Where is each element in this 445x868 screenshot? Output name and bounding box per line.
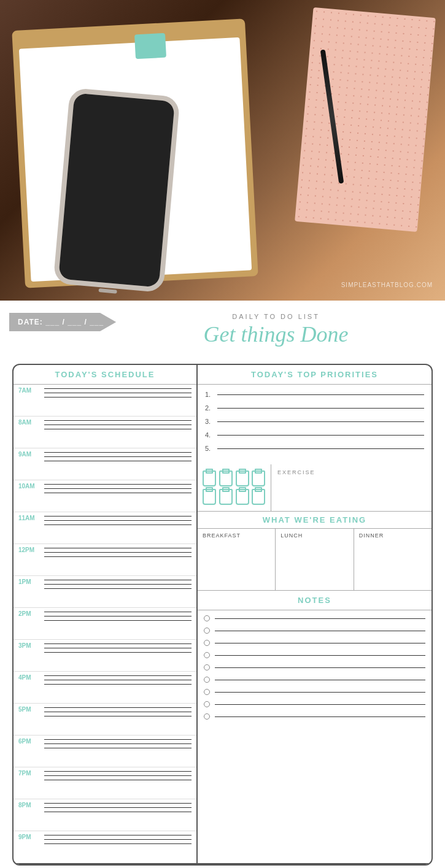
time-label-9pm: 9PM <box>18 831 42 840</box>
time-slot-10am: 10AM <box>14 480 196 512</box>
note-item-8[interactable] <box>204 701 425 707</box>
water-exercise-row: EXERCISE <box>198 464 431 512</box>
line <box>44 771 192 772</box>
line <box>44 456 192 457</box>
time-lines-7pm <box>42 767 192 783</box>
date-banner: DATE: ___ / ___ / ___ <box>9 313 116 331</box>
time-slot-9pm: 9PM <box>14 831 196 863</box>
water-cup-7[interactable] <box>236 489 249 505</box>
line <box>44 707 192 708</box>
time-label-6pm: 6PM <box>18 735 42 745</box>
line <box>44 612 192 612</box>
water-cup-2[interactable] <box>219 470 233 486</box>
note-item-9[interactable] <box>204 713 425 720</box>
note-item-4[interactable] <box>204 652 425 658</box>
line <box>44 843 192 844</box>
time-lines-8pm <box>42 799 192 815</box>
schedule-header: TODAY'S SCHEDULE <box>14 365 196 385</box>
time-lines-8am <box>42 417 192 432</box>
line <box>44 803 192 804</box>
line <box>44 680 192 680</box>
note-item-3[interactable] <box>204 640 425 646</box>
planner-card: TODAY'S SCHEDULE 7AM 8AM <box>12 364 433 866</box>
lunch-col[interactable]: LUNCH <box>276 529 354 590</box>
line <box>44 420 192 421</box>
priority-line-5 <box>217 448 424 449</box>
water-cup-8[interactable] <box>252 489 265 505</box>
eating-header: WHAT WE'RE EATING <box>198 512 431 529</box>
note-item-2[interactable] <box>204 628 425 634</box>
line <box>44 461 192 461</box>
priority-item-5[interactable]: 5. <box>205 445 424 452</box>
line <box>44 556 192 557</box>
priority-item-3[interactable]: 3. <box>205 418 424 425</box>
line <box>44 616 192 616</box>
notes-header: NOTES <box>198 591 431 610</box>
time-lines-12pm <box>42 544 192 559</box>
water-cup-1[interactable] <box>203 470 216 486</box>
water-cup-3[interactable] <box>236 470 249 486</box>
dinner-label: DINNER <box>359 532 427 539</box>
note-circle-2 <box>204 628 210 634</box>
schedule-column: TODAY'S SCHEDULE 7AM 8AM <box>14 365 198 863</box>
line <box>44 652 192 653</box>
note-line-1 <box>215 618 425 619</box>
priority-item-4[interactable]: 4. <box>205 431 424 439</box>
line <box>44 743 192 744</box>
water-cup-4[interactable] <box>252 470 265 486</box>
exercise-label: EXERCISE <box>277 469 425 475</box>
time-label-3pm: 3PM <box>18 640 42 649</box>
priority-item-2[interactable]: 2. <box>205 404 424 412</box>
priorities-list: 1. 2. 3. 4. <box>198 385 431 464</box>
line <box>44 812 192 812</box>
time-slot-7am: 7AM <box>14 385 196 417</box>
time-slot-5pm: 5PM <box>14 704 196 735</box>
water-cup-6[interactable] <box>219 489 233 505</box>
priority-line-2 <box>217 408 424 409</box>
note-item-6[interactable] <box>204 677 425 683</box>
time-lines-10am <box>42 480 192 496</box>
note-item-1[interactable] <box>204 615 425 621</box>
priority-item-1[interactable]: 1. <box>205 391 424 398</box>
time-slot-12pm: 12PM <box>14 544 196 576</box>
water-cup-5[interactable] <box>203 489 216 505</box>
line <box>44 807 192 808</box>
time-slot-6pm: 6PM <box>14 735 196 767</box>
line <box>44 424 192 425</box>
note-circle-1 <box>204 615 210 621</box>
binder-clip <box>134 33 166 60</box>
dinner-col[interactable]: DINNER <box>354 529 431 590</box>
time-label-2pm: 2PM <box>18 608 42 617</box>
date-label: DATE: <box>18 318 43 326</box>
note-line-7 <box>215 692 425 693</box>
time-lines-1pm <box>42 576 192 591</box>
planner-section: DATE: ___ / ___ / ___ DAILY TO DO LIST G… <box>0 301 445 868</box>
line <box>44 716 192 716</box>
note-circle-8 <box>204 701 210 707</box>
note-circle-4 <box>204 652 210 658</box>
time-label-8am: 8AM <box>18 417 42 426</box>
line <box>44 748 192 748</box>
title-area: DAILY TO DO LIST Get things Done <box>116 313 436 347</box>
note-item-7[interactable] <box>204 689 425 695</box>
note-item-5[interactable] <box>204 664 425 670</box>
time-slot-8pm: 8PM <box>14 799 196 831</box>
watermark: SIMPLEASTHATBLOG.COM <box>341 282 433 288</box>
time-label-5pm: 5PM <box>18 704 42 713</box>
breakfast-col[interactable]: BREAKFAST <box>198 529 276 590</box>
line <box>44 516 192 517</box>
time-slot-2pm: 2PM <box>14 608 196 640</box>
time-label-7am: 7AM <box>18 385 42 394</box>
line <box>44 552 192 553</box>
time-label-12pm: 12PM <box>18 544 42 553</box>
phone-screen <box>58 93 175 287</box>
line <box>44 780 192 780</box>
priority-line-1 <box>217 394 424 395</box>
priority-num-3: 3. <box>205 418 214 425</box>
time-lines-9pm <box>42 831 192 847</box>
line <box>44 484 192 485</box>
time-slot-4pm: 4PM <box>14 672 196 704</box>
photo-background: SIMPLEASTHATBLOG.COM <box>0 0 445 301</box>
note-circle-5 <box>204 664 210 670</box>
notes-section: NOTES <box>198 591 431 731</box>
